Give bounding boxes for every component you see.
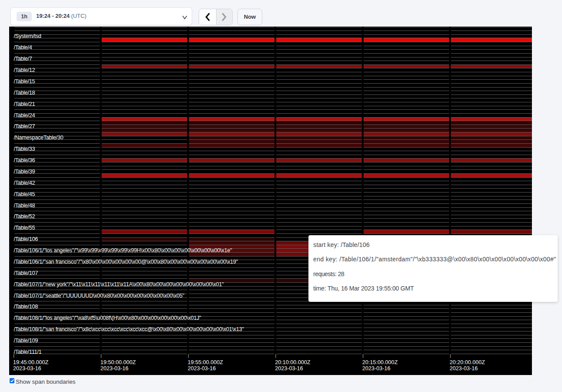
svg-text:/Table/18: /Table/18 <box>14 90 35 96</box>
svg-text:/Table/107/1/"seattle"/"UUUUUU: /Table/107/1/"seattle"/"UUUUUUD\x00\x80\… <box>14 293 185 299</box>
svg-text:2023-03-16: 2023-03-16 <box>100 365 128 372</box>
svg-text:/Table/7: /Table/7 <box>14 56 32 62</box>
svg-text:19:45:00.000Z: 19:45:00.000Z <box>13 359 49 365</box>
svg-text:2023-03-16: 2023-03-16 <box>362 365 390 372</box>
svg-text:/Table/33: /Table/33 <box>14 146 35 152</box>
svg-text:/System/tsd: /System/tsd <box>14 33 41 39</box>
svg-text:/Table/106: /Table/106 <box>14 236 38 242</box>
svg-text:/Table/107/1/"new york"/"\x11\: /Table/107/1/"new york"/"\x11\x11\x11\x1… <box>14 281 224 287</box>
svg-text:/Table/45: /Table/45 <box>14 191 35 197</box>
svg-text:20:15:00.000Z: 20:15:00.000Z <box>362 359 398 365</box>
svg-text:/Table/36: /Table/36 <box>14 157 35 163</box>
svg-text:/Table/108: /Table/108 <box>14 304 38 310</box>
svg-text:/Table/52: /Table/52 <box>14 213 35 220</box>
svg-text:20:10:00.000Z: 20:10:00.000Z <box>275 359 311 365</box>
svg-text:/Table/111/1: /Table/111/1 <box>14 349 42 355</box>
svg-text:/Table/106/1/"san francisco"/": /Table/106/1/"san francisco"/"\x80\x00\x… <box>14 259 238 265</box>
svg-text:2023-03-16: 2023-03-16 <box>450 365 477 372</box>
svg-text:/Table/107: /Table/107 <box>14 270 38 276</box>
svg-text:2023-03-16: 2023-03-16 <box>188 365 216 372</box>
svg-text:20:20:00.000Z: 20:20:00.000Z <box>450 359 485 365</box>
svg-text:2023-03-16: 2023-03-16 <box>275 365 303 372</box>
svg-text:/Table/4: /Table/4 <box>14 44 32 51</box>
svg-text:/Table/21: /Table/21 <box>14 101 35 107</box>
svg-text:/Table/15: /Table/15 <box>14 78 35 84</box>
svg-text:/NamespaceTable/30: /NamespaceTable/30 <box>14 135 64 141</box>
svg-text:/Table/108/1/"los angeles"/"\x: /Table/108/1/"los angeles"/"\xa8\xf5\u00… <box>14 315 201 321</box>
svg-text:/Table/42: /Table/42 <box>14 180 35 186</box>
svg-text:/Table/24: /Table/24 <box>14 112 35 118</box>
svg-text:2023-03-16: 2023-03-16 <box>13 365 41 372</box>
svg-text:19:50:00.000Z: 19:50:00.000Z <box>100 359 136 365</box>
svg-text:/Table/48: /Table/48 <box>14 203 35 209</box>
svg-text:19:55:00.000Z: 19:55:00.000Z <box>188 359 223 365</box>
svg-text:/Table/12: /Table/12 <box>14 67 35 73</box>
svg-text:/Table/108/1/"san francisco"/": /Table/108/1/"san francisco"/"\x8c\xcc\x… <box>14 326 244 332</box>
svg-text:/Table/55: /Table/55 <box>14 225 35 231</box>
svg-text:/Table/27: /Table/27 <box>14 123 35 129</box>
svg-text:/Table/109: /Table/109 <box>14 338 38 344</box>
svg-text:/Table/39: /Table/39 <box>14 169 35 175</box>
svg-text:/Table/106/1/"los angeles"/"\x: /Table/106/1/"los angeles"/"\x99\x99\x99… <box>14 247 232 253</box>
